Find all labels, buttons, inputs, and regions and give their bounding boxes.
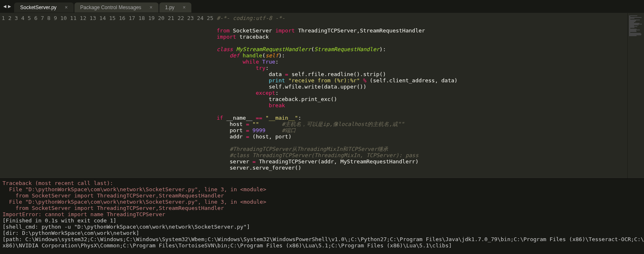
build-output-panel[interactable]: Traceback (most recent call last): File … <box>0 178 644 254</box>
console-line: from SocketServer import ThreadingTCPSer… <box>2 192 224 199</box>
tab-1py[interactable]: 1.py × <box>159 2 192 12</box>
tab-label: Package Control Messages <box>80 5 141 10</box>
code-line: #-*- coding:utf-8 -*- <box>217 15 285 21</box>
close-icon[interactable]: × <box>183 5 186 10</box>
line-gutter: 1 2 3 4 5 6 7 8 9 10 11 12 13 14 15 16 1… <box>0 13 217 178</box>
tab-label: 1.py <box>165 5 175 10</box>
console-line: [path: C:\Windows\system32;C:\Windows;C:… <box>2 236 644 242</box>
console-line: Traceback (most recent call last): <box>2 180 113 186</box>
console-line: File "D:\pythonWorkSpace\com\work\networ… <box>2 199 266 205</box>
tab-socketserver[interactable]: SocketServer.py × <box>14 2 73 12</box>
console-line: File "D:\pythonWorkSpace\com\work\networ… <box>2 186 266 192</box>
nav-back-icon[interactable]: ◀ <box>3 3 6 9</box>
editor-pane[interactable]: 1 2 3 4 5 6 7 8 9 10 11 12 13 14 15 16 1… <box>0 12 644 178</box>
console-line: [Finished in 0.1s with exit code 1] <box>2 217 116 224</box>
tab-bar: SocketServer.py × Package Control Messag… <box>14 0 192 12</box>
console-line: from SocketServer import ThreadingTCPSer… <box>2 205 224 211</box>
nav-forward-icon[interactable]: ▶ <box>8 3 11 9</box>
tab-package-control[interactable]: Package Control Messages × <box>74 2 159 12</box>
titlebar: ◀ ▶ SocketServer.py × Package Control Me… <box>0 0 644 12</box>
minimap[interactable] <box>627 13 644 178</box>
nav-arrows: ◀ ▶ <box>0 0 14 12</box>
console-line: x86)\NVIDIA Corporation\PhysX\Common;C:\… <box>2 242 452 249</box>
close-icon[interactable]: × <box>150 5 153 10</box>
console-line: [dir: D:\pythonWorkSpace\com\work\networ… <box>2 230 139 236</box>
console-line: ImportError: cannot import name Threadin… <box>2 211 165 217</box>
close-icon[interactable]: × <box>65 5 68 10</box>
code-area[interactable]: #-*- coding:utf-8 -*- from SocketServer … <box>217 13 627 178</box>
console-line: [shell_cmd: python -u "D:\pythonWorkSpac… <box>2 224 250 230</box>
tab-label: SocketServer.py <box>20 5 56 10</box>
